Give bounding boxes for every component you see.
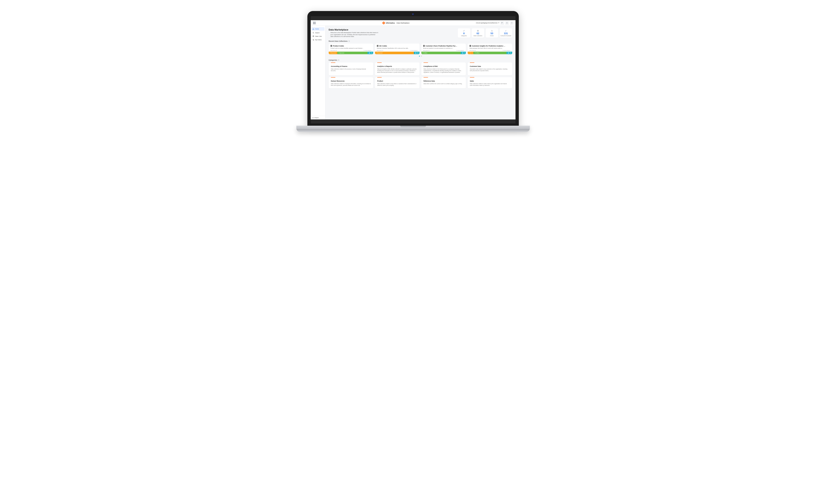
status-segment: 1 bbox=[468, 52, 470, 54]
consumers-badge: 16 bbox=[414, 52, 419, 54]
sidebar-item-data-i-use[interactable]: Data I Use bbox=[311, 35, 325, 38]
stat-value: 53 bbox=[486, 32, 497, 35]
cart-icon bbox=[486, 30, 497, 32]
sidebar-collapse-button[interactable]: Collapse bbox=[311, 116, 325, 119]
product-name: Data Marketplace bbox=[397, 22, 410, 24]
status-segment: 1 Requested bbox=[329, 52, 337, 54]
sidebar-item-search[interactable]: Search bbox=[311, 31, 325, 35]
stat-value: 62 bbox=[472, 32, 483, 35]
category-card[interactable]: Sales Data collections related to sales … bbox=[468, 77, 512, 88]
category-description: Data collections related to employee inf… bbox=[331, 83, 371, 86]
category-title: Customer Data bbox=[470, 65, 510, 67]
user-name: mmodi-qastaging-fromselfservice bbox=[476, 22, 498, 24]
category-description: Data collections related to the threat p… bbox=[424, 68, 464, 73]
category-card[interactable]: Human Resources Data collections related… bbox=[329, 77, 373, 88]
svg-point-1 bbox=[313, 33, 314, 33]
info-icon[interactable]: i bbox=[338, 59, 339, 61]
page-intro: Data Marketplace Welcome to the Data Mar… bbox=[329, 28, 454, 38]
user-menu[interactable]: mmodi-qastaging-fromselfservice bbox=[476, 22, 499, 24]
stat-categories[interactable]: 8 Categories bbox=[458, 28, 470, 38]
category-card[interactable]: Analytics & Reports Data and Analytics A… bbox=[375, 62, 419, 75]
requests-label: REQUESTS bbox=[423, 50, 430, 51]
requests-label: REQUESTS bbox=[331, 50, 337, 51]
consumers-badge: 2 bbox=[461, 52, 466, 54]
stat-consumer-accesses[interactable]: 131 Consumer Accesses bbox=[500, 28, 512, 38]
status-bar: 114 Fulfilled 15 bbox=[468, 52, 512, 54]
category-card[interactable]: Product Data collections related to any … bbox=[375, 77, 419, 88]
section-categories-title: Categories i bbox=[329, 59, 512, 61]
consumers-label: CONSUMERS bbox=[410, 50, 418, 51]
collection-title: Customer Churn Prediction Pipeline Pac… bbox=[423, 45, 464, 47]
flag-button[interactable] bbox=[500, 21, 504, 25]
stat-data-collections[interactable]: 62 Data Collections bbox=[472, 28, 484, 38]
key-icon bbox=[500, 30, 512, 32]
status-segment: 1 Approved bbox=[337, 52, 367, 54]
consumers-label: CONSUMERS bbox=[503, 50, 510, 51]
category-description: Descriptive data related to any customer… bbox=[470, 68, 510, 71]
home-icon bbox=[312, 28, 314, 30]
collection-description: Data packages Next Best Offer AI model w… bbox=[470, 48, 510, 49]
category-card[interactable]: Customer Data Descriptive data related t… bbox=[468, 62, 512, 75]
person-icon bbox=[462, 52, 464, 54]
flag-icon bbox=[501, 22, 503, 24]
requests-label: REQUESTS bbox=[470, 50, 476, 51]
requests-label: REQUESTS bbox=[377, 50, 383, 51]
info-icon[interactable]: i bbox=[348, 41, 350, 42]
category-title: Compliance & Risk bbox=[424, 65, 464, 67]
person-icon bbox=[506, 22, 508, 24]
collection-description: Model and pipeline to provide analytics … bbox=[423, 48, 464, 49]
chevron-down-icon bbox=[498, 22, 499, 23]
data-collection-card[interactable]: Customer Insights for Predictive Analyti… bbox=[468, 44, 512, 54]
sidebar-item-label: My Orders bbox=[315, 39, 322, 41]
status-bar: 1 Requested1 Approved 10 bbox=[329, 52, 373, 54]
sidebar-item-my-orders[interactable]: My Orders bbox=[311, 38, 325, 42]
chevron-left-icon bbox=[312, 117, 313, 118]
svg-point-11 bbox=[506, 31, 506, 31]
stat-label: Data Collections bbox=[472, 35, 483, 37]
svg-rect-6 bbox=[478, 30, 479, 31]
pager-dot-1[interactable] bbox=[419, 56, 420, 57]
sidebar-item-label: Data I Use bbox=[315, 36, 322, 37]
status-bar: 1 Requested 16 bbox=[375, 52, 419, 54]
category-card[interactable]: Accounting & Finance Data collections re… bbox=[329, 62, 373, 75]
status-bar: 2 Fulfilled 2 bbox=[421, 52, 466, 54]
brand-area: Informatica Data Marketplace bbox=[318, 22, 474, 24]
stats-row: 8 Categories 62 Data Collections bbox=[458, 28, 512, 38]
stat-orders[interactable]: 53 Orders bbox=[486, 28, 498, 38]
data-collection-card[interactable]: Product Codes Product code is a unique i… bbox=[329, 44, 373, 54]
svg-point-12 bbox=[369, 52, 370, 53]
app-header: Informatica Data Marketplace mmodi-qasta… bbox=[311, 20, 516, 26]
category-row: Accounting & Finance Data collections re… bbox=[329, 62, 512, 75]
help-button[interactable]: ? bbox=[510, 21, 514, 25]
collection-icon bbox=[423, 45, 425, 47]
category-card[interactable]: Reference Data Data which confirms the c… bbox=[421, 77, 466, 88]
status-segment: 2 Fulfilled bbox=[421, 52, 461, 54]
profile-button[interactable] bbox=[505, 21, 509, 25]
person-icon bbox=[508, 52, 509, 54]
app-switcher-button[interactable] bbox=[312, 21, 316, 25]
collection-title: Product Codes bbox=[331, 45, 371, 47]
data-collection-card[interactable]: Customer Churn Prediction Pipeline Pac… … bbox=[421, 44, 466, 54]
stat-value: 131 bbox=[500, 32, 512, 35]
data-collection-card[interactable]: SIC Codes Standard Industrial Classifica… bbox=[375, 44, 419, 54]
consumers-label: CONSUMERS bbox=[456, 50, 464, 51]
collection-icon bbox=[377, 45, 378, 47]
person-icon bbox=[415, 52, 417, 54]
collection-description: Product code is a unique identifier assi… bbox=[331, 48, 371, 49]
category-card[interactable]: Compliance & Risk Data collections relat… bbox=[421, 62, 466, 75]
data-collection-cards: Product Codes Product code is a unique i… bbox=[329, 44, 512, 54]
status-segment: 4 Fulfilled bbox=[473, 52, 506, 54]
collection-title: Customer Insights for Predictive Analyti… bbox=[470, 45, 510, 47]
category-title: Human Resources bbox=[331, 80, 371, 82]
brand-name: Informatica bbox=[386, 22, 395, 24]
stat-label: Orders bbox=[486, 35, 497, 37]
carousel-pager bbox=[329, 56, 512, 57]
category-title: Analytics & Reports bbox=[377, 65, 417, 67]
grid-icon bbox=[472, 30, 483, 32]
pager-dot-2[interactable] bbox=[421, 56, 422, 57]
sidebar: Home Search bbox=[311, 26, 326, 119]
sidebar-item-home[interactable]: Home bbox=[311, 27, 324, 31]
category-description: Data collections related to the process … bbox=[331, 68, 371, 71]
help-icon: ? bbox=[511, 22, 512, 24]
app-root: Informatica Data Marketplace mmodi-qasta… bbox=[311, 20, 516, 119]
